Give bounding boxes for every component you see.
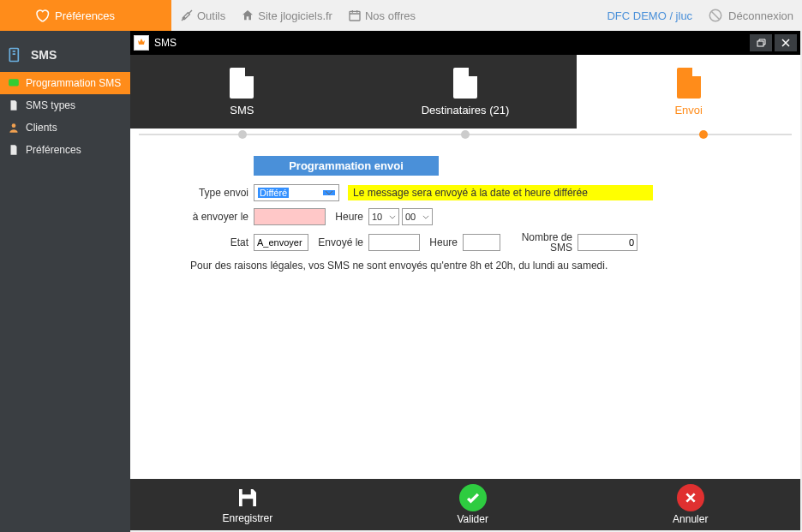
sidebar-item-programmation-sms[interactable]: Programmation SMS bbox=[0, 72, 130, 94]
close-icon bbox=[677, 484, 704, 511]
legal-notice: Pour des raisons légales, vos SMS ne son… bbox=[190, 260, 775, 272]
calendar-icon bbox=[348, 9, 362, 22]
hour-value: 10 bbox=[372, 212, 382, 222]
validate-button[interactable]: Valider bbox=[457, 484, 488, 525]
chevron-down-icon bbox=[389, 215, 396, 219]
form-area: Programmation envoi Type envoi Différé L… bbox=[130, 146, 800, 479]
hour-label: Heure bbox=[326, 211, 368, 223]
tab-label: SMS bbox=[230, 104, 254, 117]
envoye-le-input[interactable] bbox=[368, 234, 420, 251]
tab-label: Destinataires (21) bbox=[422, 104, 510, 117]
etat-input[interactable] bbox=[254, 234, 308, 251]
step-dot bbox=[461, 130, 470, 139]
step-dot bbox=[238, 130, 247, 139]
svg-rect-3 bbox=[9, 79, 19, 86]
sidebar-item-label: SMS types bbox=[26, 99, 75, 111]
validate-label: Valider bbox=[457, 513, 488, 525]
sidebar-header: SMS bbox=[0, 31, 130, 72]
sidebar-item-label: Clients bbox=[26, 122, 57, 134]
toolbar-offers[interactable]: Nos offres bbox=[348, 9, 416, 22]
check-icon bbox=[459, 484, 487, 511]
chevron-down-icon bbox=[422, 215, 429, 219]
minute-select[interactable]: 00 bbox=[402, 208, 433, 225]
svg-point-4 bbox=[12, 123, 16, 128]
toolbar-preferences-label: Préférences bbox=[55, 9, 115, 22]
sidebar-item-preferences[interactable]: Préférences bbox=[0, 139, 130, 161]
save-label: Enregistrer bbox=[223, 512, 273, 524]
toolbar-right: Outils Site jlogiciels.fr Nos offres DFC… bbox=[171, 0, 802, 31]
tab-label: Envoi bbox=[674, 104, 703, 117]
toolbar-tools-label: Outils bbox=[197, 9, 225, 22]
toolbar-offers-label: Nos offres bbox=[365, 9, 416, 22]
save-icon bbox=[235, 485, 260, 511]
sms-module-icon bbox=[7, 46, 24, 63]
hour-select[interactable]: 10 bbox=[368, 208, 399, 225]
type-envoi-hint: Le message sera envoyé à la date et heur… bbox=[348, 185, 653, 200]
window-icon bbox=[134, 35, 149, 51]
nbsms-input[interactable] bbox=[578, 234, 637, 251]
svg-rect-0 bbox=[350, 11, 360, 21]
toolbar-logout[interactable]: Déconnexion bbox=[708, 8, 793, 23]
chevron-down-icon bbox=[323, 190, 335, 195]
etat-label: Etat bbox=[156, 236, 254, 248]
sidebar-item-label: Programmation SMS bbox=[26, 77, 121, 89]
document-icon bbox=[7, 99, 21, 112]
sidebar: SMS Programmation SMS SMS types Clients … bbox=[0, 31, 130, 532]
toolbar-user[interactable]: DFC DEMO / jluc bbox=[607, 9, 692, 22]
action-bar: Enregistrer Valider Annuler bbox=[130, 479, 800, 530]
heure2-label: Heure bbox=[420, 236, 463, 248]
toolbar-logout-label: Déconnexion bbox=[728, 9, 793, 22]
forbidden-icon bbox=[708, 8, 723, 23]
file-icon bbox=[230, 68, 254, 99]
main-window: SMS SMS Destinataires (21) Envoi Program… bbox=[130, 31, 800, 530]
heart-icon bbox=[34, 8, 50, 23]
file-icon bbox=[677, 68, 701, 99]
toolbar-site-label: Site jlogiciels.fr bbox=[258, 9, 332, 22]
save-button[interactable]: Enregistrer bbox=[223, 485, 273, 524]
section-title: Programmation envoi bbox=[254, 156, 439, 176]
step-dot-active bbox=[699, 130, 708, 139]
envoye-le-label: Envoyé le bbox=[308, 236, 368, 248]
cancel-label: Annuler bbox=[673, 513, 708, 525]
send-on-input[interactable] bbox=[254, 208, 326, 225]
sidebar-item-clients[interactable]: Clients bbox=[0, 117, 130, 139]
document-icon bbox=[7, 143, 21, 157]
svg-rect-5 bbox=[757, 41, 763, 46]
top-toolbar: Préférences Outils Site jlogiciels.fr No… bbox=[0, 0, 802, 31]
window-close-button[interactable] bbox=[775, 34, 797, 51]
file-icon bbox=[453, 68, 477, 99]
minute-value: 00 bbox=[405, 212, 416, 222]
toolbar-tools[interactable]: Outils bbox=[180, 9, 225, 22]
type-envoi-select[interactable]: Différé bbox=[254, 184, 339, 201]
window-restore-button[interactable] bbox=[750, 34, 772, 51]
toolbar-site[interactable]: Site jlogiciels.fr bbox=[241, 9, 332, 22]
sidebar-header-label: SMS bbox=[31, 48, 57, 62]
cancel-button[interactable]: Annuler bbox=[673, 484, 708, 525]
tools-icon bbox=[180, 9, 194, 22]
home-icon bbox=[241, 9, 254, 22]
toolbar-preferences[interactable]: Préférences bbox=[0, 0, 171, 31]
svg-rect-7 bbox=[242, 499, 254, 506]
svg-rect-6 bbox=[242, 489, 251, 494]
sms-icon bbox=[7, 76, 21, 90]
nbsms-label: Nombre de SMS bbox=[500, 232, 578, 253]
type-envoi-value: Différé bbox=[258, 188, 289, 198]
heure2-input[interactable] bbox=[463, 234, 500, 251]
sidebar-item-label: Préférences bbox=[26, 144, 81, 156]
send-on-label: à envoyer le bbox=[156, 211, 254, 223]
tab-sms[interactable]: SMS bbox=[130, 55, 354, 129]
tab-destinataires[interactable]: Destinataires (21) bbox=[354, 55, 578, 129]
window-titlebar: SMS bbox=[130, 31, 800, 55]
sidebar-item-sms-types[interactable]: SMS types bbox=[0, 94, 130, 117]
person-icon bbox=[7, 121, 21, 134]
type-envoi-label: Type envoi bbox=[156, 187, 254, 199]
tab-envoi[interactable]: Envoi bbox=[577, 55, 800, 129]
tab-strip: SMS Destinataires (21) Envoi bbox=[130, 55, 800, 129]
window-title: SMS bbox=[154, 37, 177, 49]
stepper bbox=[130, 129, 800, 146]
